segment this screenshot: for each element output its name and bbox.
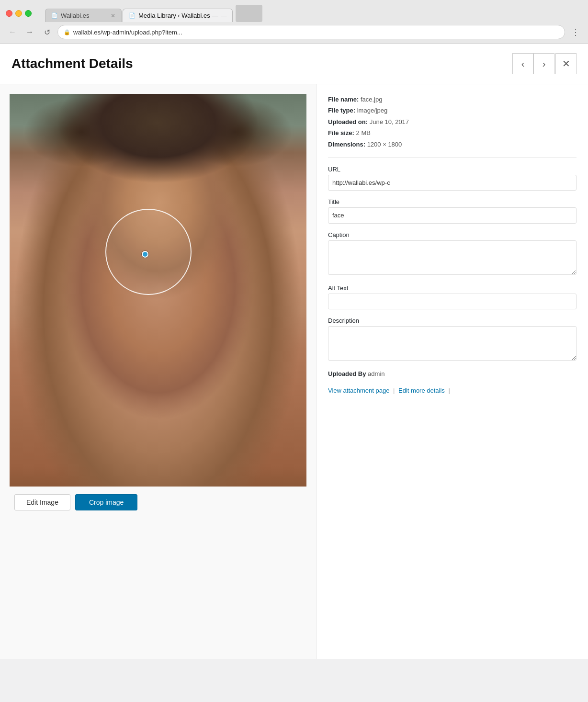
tabs-bar: 📄 Wallabi.es ✕ 📄 Media Library ‹ Wallabi…: [45, 5, 262, 22]
file-size-row: File size: 2 MB: [328, 127, 577, 138]
file-type-value: image/jpeg: [357, 107, 388, 114]
traffic-light-fullscreen[interactable]: [25, 10, 32, 17]
browser-toolbar: ← → ↺ 🔒 wallabi.es/wp-admin/upload.php?i…: [0, 22, 588, 43]
close-panel-button[interactable]: ✕: [555, 53, 577, 74]
uploaded-by-value: admin: [368, 370, 384, 377]
caption-textarea[interactable]: [328, 240, 577, 275]
caption-label: Caption: [328, 231, 577, 238]
traffic-light-minimize[interactable]: [15, 10, 22, 17]
view-attachment-link[interactable]: View attachment page: [328, 387, 389, 394]
image-panel: Edit Image Crop image: [0, 84, 316, 659]
file-size-value: 2 MB: [356, 129, 371, 136]
description-textarea[interactable]: [328, 326, 577, 361]
file-uploaded-value: June 10, 2017: [370, 118, 409, 125]
tab-close-2[interactable]: —: [221, 12, 226, 19]
tab-label-2: Media Library ‹ Wallabi.es —: [138, 12, 218, 19]
panel-title: Attachment Details: [11, 56, 512, 71]
browser-tab-2[interactable]: 📄 Media Library ‹ Wallabi.es — —: [123, 9, 233, 22]
traffic-light-close[interactable]: [6, 10, 12, 17]
uploaded-by-label: Uploaded By: [328, 370, 366, 377]
browser-tab-1[interactable]: 📄 Wallabi.es ✕: [45, 9, 122, 22]
details-panel: File name: face.jpg File type: image/jpe…: [316, 84, 588, 659]
panel-header: Attachment Details ‹ › ✕: [0, 44, 588, 84]
new-tab-area: [236, 5, 262, 22]
url-label: URL: [328, 166, 577, 173]
description-field-group: Description: [328, 317, 577, 362]
next-attachment-button[interactable]: ›: [533, 53, 554, 74]
browser-menu-button[interactable]: ⋮: [569, 25, 582, 39]
title-label: Title: [328, 198, 577, 205]
browser-titlebar: 📄 Wallabi.es ✕ 📄 Media Library ‹ Wallabi…: [0, 0, 588, 22]
file-size-label: File size:: [328, 129, 354, 136]
file-type-label: File type:: [328, 107, 355, 114]
meta-divider: [328, 158, 577, 158]
caption-field-group: Caption: [328, 231, 577, 277]
file-dimensions-value: 1200 × 1800: [367, 141, 402, 148]
attachment-links: View attachment page | Edit more details…: [328, 385, 577, 396]
title-input[interactable]: [328, 207, 577, 224]
tab-close-1[interactable]: ✕: [111, 12, 115, 19]
address-bar[interactable]: 🔒 wallabi.es/wp-admin/upload.php?item...: [57, 25, 565, 39]
alt-text-field-group: Alt Text: [328, 284, 577, 310]
file-dimensions-label: Dimensions:: [328, 141, 365, 148]
lock-icon: 🔒: [64, 29, 70, 35]
prev-attachment-button[interactable]: ‹: [512, 53, 533, 74]
uploaded-by-row: Uploaded By admin: [328, 370, 577, 377]
file-uploaded-label: Uploaded on:: [328, 118, 368, 125]
file-name-row: File name: face.jpg: [328, 94, 577, 105]
refresh-button[interactable]: ↺: [40, 25, 54, 39]
file-uploaded-row: Uploaded on: June 10, 2017: [328, 116, 577, 127]
file-dimensions-row: Dimensions: 1200 × 1800: [328, 139, 577, 150]
edit-image-button[interactable]: Edit Image: [14, 494, 70, 510]
link-separator-2: |: [449, 387, 450, 394]
main-window: Attachment Details ‹ › ✕ Edit Image Crop…: [0, 44, 588, 659]
focus-point-dot: [142, 251, 148, 258]
crop-image-button[interactable]: Crop image: [75, 494, 137, 510]
file-name-label: File name:: [328, 96, 359, 103]
edit-more-details-link[interactable]: Edit more details: [398, 387, 445, 394]
tab-icon-1: 📄: [51, 12, 58, 19]
file-name-value: face.jpg: [361, 96, 383, 103]
back-button[interactable]: ←: [6, 25, 19, 39]
attachment-image: [10, 94, 306, 487]
title-field-group: Title: [328, 198, 577, 224]
url-input[interactable]: [328, 175, 577, 191]
forward-button[interactable]: →: [23, 25, 36, 39]
tab-icon-2: 📄: [129, 12, 136, 19]
description-label: Description: [328, 317, 577, 324]
alt-text-input[interactable]: [328, 294, 577, 310]
file-metadata: File name: face.jpg File type: image/jpe…: [328, 94, 577, 150]
file-type-row: File type: image/jpeg: [328, 105, 577, 116]
panel-navigation: ‹ › ✕: [512, 53, 577, 74]
link-separator-1: |: [393, 387, 395, 394]
alt-text-label: Alt Text: [328, 284, 577, 292]
browser-chrome: 📄 Wallabi.es ✕ 📄 Media Library ‹ Wallabi…: [0, 0, 588, 44]
traffic-lights: [6, 10, 32, 17]
tab-label-1: Wallabi.es: [61, 12, 89, 19]
url-field-group: URL: [328, 166, 577, 191]
focus-circle: [105, 209, 192, 295]
image-actions: Edit Image Crop image: [14, 494, 137, 510]
panel-body: Edit Image Crop image File name: face.jp…: [0, 84, 588, 659]
address-text: wallabi.es/wp-admin/upload.php?item...: [73, 29, 182, 36]
